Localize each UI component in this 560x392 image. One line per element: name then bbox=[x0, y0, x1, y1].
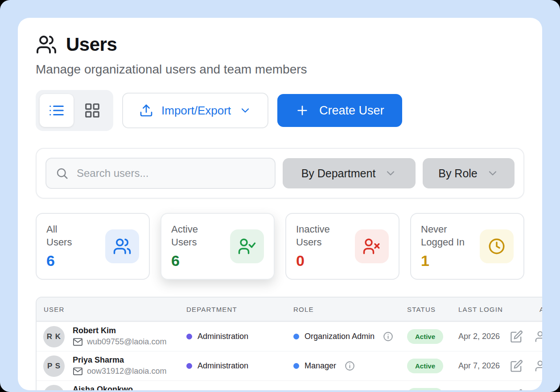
stat-value: 6 bbox=[46, 252, 78, 270]
stat-card-active-users[interactable]: Active Users 6 bbox=[161, 213, 275, 280]
view-toggle-group bbox=[36, 90, 113, 131]
user-x-icon bbox=[362, 237, 381, 256]
department-filter-label: By Department bbox=[301, 167, 376, 180]
stat-card-all-users[interactable]: All Users 6 bbox=[36, 213, 150, 280]
edit-icon[interactable] bbox=[510, 359, 523, 372]
grid-icon bbox=[84, 102, 101, 119]
user-action-icon[interactable] bbox=[534, 359, 542, 372]
page-header: Users bbox=[36, 34, 524, 55]
user-name: Robert Kim bbox=[73, 326, 166, 335]
stat-value: 0 bbox=[296, 252, 334, 270]
grid-view-button[interactable] bbox=[75, 94, 109, 127]
plus-icon bbox=[295, 103, 309, 118]
users-table: USER DEPARTMENT ROLE STATUS LAST LOGIN A… bbox=[36, 297, 542, 390]
status-cell: Active bbox=[400, 388, 451, 390]
role-dot bbox=[293, 334, 299, 339]
table-row[interactable]: R K Robert Kim wub09755@laoia.com Admini bbox=[37, 322, 542, 351]
info-icon[interactable] bbox=[383, 331, 394, 342]
user-check-icon bbox=[238, 237, 256, 256]
role-cell: Manager bbox=[286, 360, 400, 372]
user-email: wub09755@laoia.com bbox=[87, 337, 166, 347]
app-frame: Users Manage organizational users and te… bbox=[0, 0, 560, 392]
upload-icon bbox=[139, 103, 153, 118]
import-export-label: Import/Export bbox=[161, 104, 231, 118]
users-icon bbox=[36, 34, 57, 55]
list-icon bbox=[48, 102, 65, 119]
stat-label: Never Logged In bbox=[421, 223, 472, 249]
status-badge: Active bbox=[407, 388, 443, 390]
search-input[interactable] bbox=[45, 158, 276, 189]
role-filter-label: By Role bbox=[438, 167, 478, 180]
avatar: R K bbox=[43, 326, 65, 347]
department-label: Administration bbox=[198, 361, 248, 371]
stat-label: All Users bbox=[46, 223, 78, 249]
toolbar: Import/Export Create User bbox=[36, 90, 524, 131]
user-cell: R K Robert Kim wub09755@laoia.com bbox=[37, 326, 179, 347]
stat-label: Active Users bbox=[171, 223, 203, 249]
role-cell: Organization Admin bbox=[286, 331, 400, 342]
import-export-button[interactable]: Import/Export bbox=[122, 93, 268, 128]
column-header-role: ROLE bbox=[286, 306, 400, 313]
stat-card-inactive-users[interactable]: Inactive Users 0 bbox=[285, 213, 399, 280]
user-name: Aisha Okonkwo bbox=[73, 385, 133, 390]
department-filter-dropdown[interactable]: By Department bbox=[283, 158, 416, 188]
edit-icon[interactable] bbox=[510, 389, 523, 390]
department-cell: Administration bbox=[179, 361, 286, 371]
actions-cell bbox=[509, 330, 542, 343]
column-header-department: DEPARTMENT bbox=[179, 306, 286, 313]
table-header-row: USER DEPARTMENT ROLE STATUS LAST LOGIN A… bbox=[37, 298, 542, 322]
page-subtitle: Manage organizational users and team mem… bbox=[36, 62, 524, 77]
role-dot bbox=[293, 363, 299, 369]
stat-value: 1 bbox=[421, 252, 472, 270]
column-header-actions: ACTIONS bbox=[509, 306, 542, 313]
table-row[interactable]: Aisha Okonkwo A bbox=[37, 380, 542, 390]
status-badge: Active bbox=[407, 359, 443, 373]
user-action-icon[interactable] bbox=[534, 389, 542, 390]
users-panel: Users Manage organizational users and te… bbox=[18, 18, 542, 390]
status-badge: Active bbox=[407, 329, 443, 344]
user-email-row: oow31912@laoia.com bbox=[73, 366, 166, 376]
avatar bbox=[43, 385, 65, 391]
user-cell: P S Priya Sharma oow31912@laoia.com bbox=[37, 355, 179, 377]
last-login-cell: Apr 7, 2026 bbox=[451, 361, 509, 371]
info-icon[interactable] bbox=[344, 360, 355, 372]
user-email: oow31912@laoia.com bbox=[87, 367, 166, 376]
stat-value: 6 bbox=[171, 252, 203, 270]
column-header-last-login: LAST LOGIN bbox=[451, 306, 509, 313]
stat-icon-tile bbox=[230, 229, 264, 263]
table-row[interactable]: P S Priya Sharma oow31912@laoia.com Admi bbox=[37, 351, 542, 380]
chevron-down-icon bbox=[239, 104, 251, 117]
department-dot bbox=[186, 334, 192, 339]
actions-cell bbox=[509, 389, 542, 390]
role-label: Organization Admin bbox=[305, 332, 375, 341]
column-header-status: STATUS bbox=[400, 306, 451, 313]
create-user-label: Create User bbox=[319, 104, 384, 118]
user-cell: Aisha Okonkwo bbox=[37, 385, 179, 391]
user-action-icon[interactable] bbox=[534, 330, 542, 343]
search-filter-bar: By Department By Role bbox=[36, 148, 524, 199]
department-label: Administration bbox=[198, 332, 248, 341]
stat-cards: All Users 6 Active Users 6 bbox=[36, 213, 524, 280]
role-filter-dropdown[interactable]: By Role bbox=[423, 158, 515, 188]
edit-icon[interactable] bbox=[510, 330, 523, 343]
stat-card-never-logged-in[interactable]: Never Logged In 1 bbox=[410, 213, 524, 280]
users-icon bbox=[113, 237, 132, 256]
search-wrap bbox=[45, 158, 276, 189]
avatar: P S bbox=[43, 355, 65, 377]
department-cell: Administration bbox=[179, 332, 286, 341]
stat-label: Inactive Users bbox=[296, 223, 334, 249]
create-user-button[interactable]: Create User bbox=[277, 94, 402, 127]
actions-cell bbox=[509, 359, 542, 372]
user-email-row: wub09755@laoia.com bbox=[73, 337, 166, 347]
chevron-down-icon bbox=[384, 167, 397, 180]
mail-icon bbox=[73, 337, 83, 347]
stat-icon-tile bbox=[355, 229, 389, 263]
stat-icon-tile bbox=[105, 229, 139, 263]
chevron-down-icon bbox=[486, 167, 499, 180]
stat-icon-tile bbox=[480, 229, 514, 263]
clock-icon bbox=[487, 237, 506, 256]
list-view-button[interactable] bbox=[40, 94, 74, 127]
column-header-user: USER bbox=[37, 306, 179, 313]
search-icon bbox=[55, 167, 69, 180]
department-dot bbox=[186, 363, 192, 369]
